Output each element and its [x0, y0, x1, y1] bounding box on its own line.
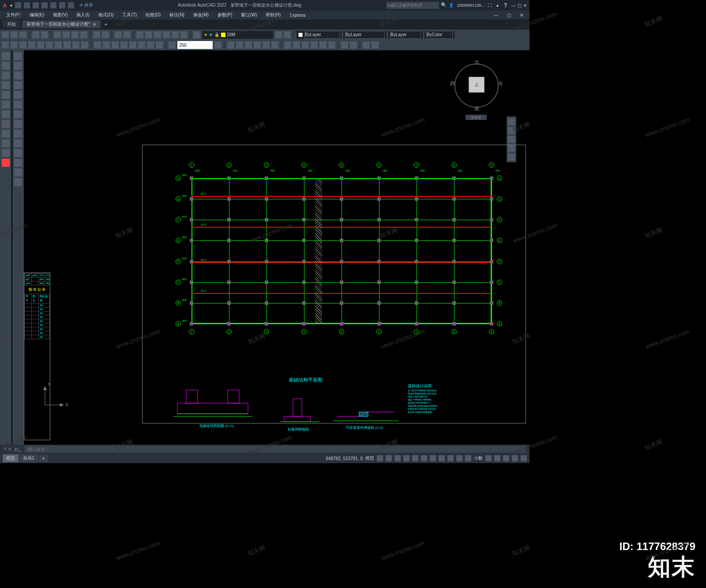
offset-icon[interactable] [14, 159, 22, 167]
layer-name-input[interactable] [227, 32, 271, 37]
extend-icon[interactable] [14, 120, 22, 128]
plot-icon[interactable] [50, 2, 56, 8]
text-a-icon[interactable] [2, 159, 10, 167]
osnap-toggle-icon[interactable] [412, 455, 418, 461]
tab-close-icon[interactable]: ✕ [93, 22, 96, 27]
dim-jog-button[interactable] [138, 41, 145, 49]
rotate-icon[interactable] [14, 71, 22, 79]
erase-icon[interactable] [14, 178, 22, 186]
text-button[interactable] [341, 41, 348, 49]
viewcube-top[interactable]: 上 [469, 77, 484, 93]
undo-icon[interactable] [59, 2, 65, 8]
viewcube-north[interactable]: 北 [474, 59, 479, 66]
open-icon[interactable] [24, 2, 30, 8]
color-input[interactable] [304, 31, 340, 39]
dim-aligned-button[interactable] [11, 41, 18, 49]
viewcube-west[interactable]: 西 [450, 80, 455, 87]
dim-quick-button[interactable] [64, 41, 71, 49]
qp-toggle-icon[interactable] [447, 455, 454, 461]
dim-ord-button[interactable] [28, 41, 35, 49]
insert-button[interactable] [227, 41, 234, 49]
field-button[interactable] [271, 41, 278, 49]
save-button[interactable] [19, 31, 26, 38]
viewcube[interactable]: 北 南 西 东 上 未命名 [450, 59, 503, 112]
ssm-button[interactable] [163, 31, 170, 38]
zoomext-icon[interactable] [508, 136, 515, 143]
pan-button[interactable] [115, 31, 122, 38]
dim-update-button[interactable] [169, 41, 176, 49]
polar-toggle-icon[interactable] [403, 455, 409, 461]
close-icon[interactable]: ✕ [523, 3, 527, 8]
table-button[interactable] [363, 41, 370, 49]
restore-icon[interactable]: ▢ [518, 3, 522, 8]
menu-modify[interactable]: 修改(M) [191, 12, 211, 18]
prop-plotstyle-dropdown[interactable] [424, 31, 454, 39]
linetype-input[interactable] [345, 31, 385, 39]
mirror-icon[interactable] [14, 81, 22, 89]
wblock-button[interactable] [245, 41, 252, 49]
spline-icon[interactable] [2, 110, 10, 118]
rect-icon[interactable] [2, 91, 10, 99]
layer-dropdown[interactable]: ☀ ❄ 🔓 [202, 31, 273, 39]
zoom-button[interactable] [124, 31, 131, 38]
doc-close-icon[interactable]: ✕ [517, 13, 526, 18]
dc-button[interactable] [145, 31, 152, 38]
save-icon[interactable] [33, 2, 39, 8]
menu-window[interactable]: 窗口(W) [238, 12, 259, 18]
dimstyle-input[interactable] [177, 41, 213, 49]
polygon-icon[interactable] [2, 120, 10, 128]
viewcube-south[interactable]: 南 [474, 105, 479, 112]
otrack-toggle-icon[interactable] [421, 455, 427, 461]
fillet-icon[interactable] [14, 130, 22, 138]
user-icon[interactable]: 👤 [449, 3, 454, 7]
dim-arc-button[interactable] [19, 41, 26, 49]
dim-angular-button[interactable] [55, 41, 62, 49]
circle-icon[interactable] [2, 71, 10, 79]
saveas-icon[interactable] [41, 2, 48, 8]
matchprop-button[interactable] [80, 31, 87, 38]
scale-icon[interactable] [14, 91, 22, 99]
dim-tedit-button[interactable] [156, 41, 163, 49]
hatch2-icon[interactable] [2, 130, 10, 138]
wipeout-button[interactable] [319, 41, 327, 49]
mtext-button[interactable] [350, 41, 357, 49]
tp-button[interactable] [154, 31, 161, 38]
line-icon[interactable] [2, 52, 10, 60]
pline-icon[interactable] [2, 62, 10, 70]
hardware-icon[interactable] [494, 455, 500, 461]
dim-baseline-button[interactable] [72, 41, 79, 49]
layer-button[interactable] [193, 31, 200, 38]
dim-diameter-button[interactable] [46, 41, 53, 49]
ucs-icon[interactable]: Y X [41, 382, 68, 409]
redo-icon[interactable] [68, 2, 74, 8]
cut-button[interactable] [54, 31, 61, 38]
grid-toggle-icon[interactable] [377, 455, 383, 461]
layermatch-button[interactable] [275, 31, 282, 38]
dim-radius-button[interactable] [37, 41, 44, 49]
layerprev-button[interactable] [284, 31, 291, 38]
dim-linear-button[interactable] [2, 41, 9, 49]
block-button[interactable] [236, 41, 243, 49]
point-button[interactable] [372, 41, 379, 49]
array-icon[interactable] [14, 149, 22, 157]
dim-edit-button[interactable] [147, 41, 154, 49]
revcloud-button[interactable] [328, 41, 335, 49]
copy-button[interactable] [63, 31, 70, 38]
menu-format[interactable]: 格式(O) [96, 12, 116, 18]
search-icon[interactable]: 🔍 [441, 2, 447, 8]
doc-restore-icon[interactable]: ▢ [504, 13, 514, 18]
plot-button[interactable] [32, 31, 39, 38]
minimize-icon[interactable]: — [511, 3, 516, 8]
units-label[interactable]: 小数 [474, 455, 483, 461]
menu-draw[interactable]: 绘图(D) [143, 12, 163, 18]
user-label[interactable]: 15059991135... [457, 3, 485, 7]
new-button[interactable] [2, 31, 9, 38]
ortho-toggle-icon[interactable] [394, 455, 401, 461]
undo-button[interactable] [93, 31, 100, 38]
tab-layout1[interactable]: 布局1 [19, 454, 38, 462]
boundary-button[interactable] [302, 41, 309, 49]
lwt-toggle-icon[interactable] [430, 455, 436, 461]
gradient-button[interactable] [293, 41, 300, 49]
new-tab-button[interactable]: + [102, 21, 109, 28]
isoview-icon[interactable] [503, 455, 509, 461]
